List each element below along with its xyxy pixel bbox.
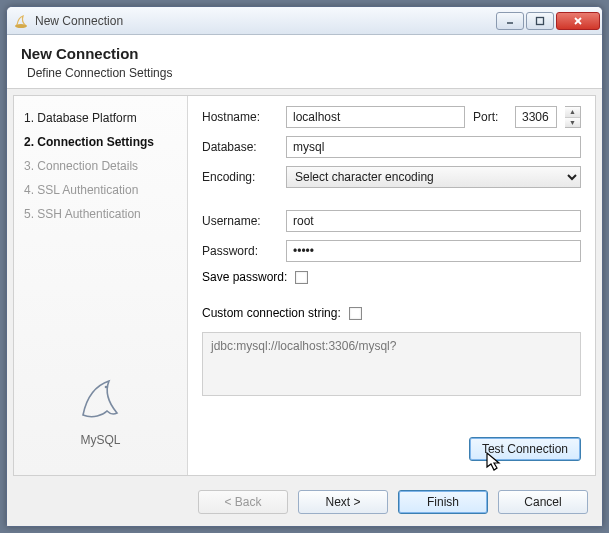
password-label: Password: xyxy=(202,244,278,258)
encoding-select[interactable]: Select character encoding xyxy=(286,166,581,188)
custom-string-checkbox[interactable] xyxy=(349,307,362,320)
cancel-button[interactable]: Cancel xyxy=(498,490,588,514)
spinner-down-icon[interactable]: ▼ xyxy=(565,118,580,128)
password-input[interactable] xyxy=(286,240,581,262)
encoding-label: Encoding: xyxy=(202,170,278,184)
custom-string-textarea: jdbc:mysql://localhost:3306/mysql? xyxy=(202,332,581,396)
back-button[interactable]: < Back xyxy=(198,490,288,514)
svg-rect-2 xyxy=(537,17,544,24)
hostname-label: Hostname: xyxy=(202,110,278,124)
titlebar: New Connection xyxy=(7,7,602,35)
app-icon xyxy=(13,13,29,29)
minimize-button[interactable] xyxy=(496,12,524,30)
step-database-platform[interactable]: 1. Database Platform xyxy=(20,106,181,130)
page-subtitle: Define Connection Settings xyxy=(21,66,588,80)
username-label: Username: xyxy=(202,214,278,228)
wizard-footer: < Back Next > Finish Cancel xyxy=(7,482,602,526)
database-input[interactable] xyxy=(286,136,581,158)
save-password-checkbox[interactable] xyxy=(295,271,308,284)
step-connection-settings[interactable]: 2. Connection Settings xyxy=(20,130,181,154)
step-connection-details: 3. Connection Details xyxy=(20,154,181,178)
window-title: New Connection xyxy=(35,14,490,28)
username-input[interactable] xyxy=(286,210,581,232)
step-ssl-authentication: 4. SSL Authentication xyxy=(20,178,181,202)
dialog-window: New Connection New Connection Define Con… xyxy=(6,6,603,527)
custom-string-label: Custom connection string: xyxy=(202,306,341,320)
database-label: Database: xyxy=(202,140,278,154)
next-button[interactable]: Next > xyxy=(298,490,388,514)
mysql-dolphin-icon xyxy=(73,371,129,427)
svg-point-5 xyxy=(104,386,107,389)
wizard-steps: 1. Database Platform 2. Connection Setti… xyxy=(14,96,188,475)
close-button[interactable] xyxy=(556,12,600,30)
page-title: New Connection xyxy=(21,45,588,62)
port-label: Port: xyxy=(473,110,507,124)
finish-button[interactable]: Finish xyxy=(398,490,488,514)
window-controls xyxy=(496,12,600,30)
test-connection-button[interactable]: Test Connection xyxy=(469,437,581,461)
form-pane: Hostname: Port: ▲ ▼ Database: Encoding: … xyxy=(188,96,595,475)
maximize-button[interactable] xyxy=(526,12,554,30)
save-password-label: Save password: xyxy=(202,270,287,284)
port-spinner[interactable]: ▲ ▼ xyxy=(565,106,581,128)
hostname-input[interactable] xyxy=(286,106,465,128)
database-logo: MySQL xyxy=(20,371,181,465)
step-ssh-authentication: 5. SSH Authentication xyxy=(20,202,181,226)
port-input[interactable] xyxy=(515,106,557,128)
database-name: MySQL xyxy=(80,433,120,447)
wizard-header: New Connection Define Connection Setting… xyxy=(7,35,602,89)
wizard-body: 1. Database Platform 2. Connection Setti… xyxy=(13,95,596,476)
spinner-up-icon[interactable]: ▲ xyxy=(565,107,580,118)
